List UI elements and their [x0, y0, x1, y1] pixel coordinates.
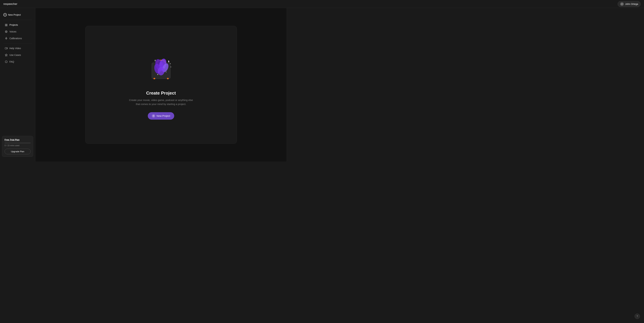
svg-point-19	[166, 72, 166, 72]
sidebar-help-nav: Help Video Use Cases i	[0, 45, 35, 65]
sidebar-top: + New Project Projects	[0, 11, 35, 134]
new-project-button[interactable]: + New Project	[0, 11, 35, 18]
help-video-icon	[5, 47, 8, 50]
sidebar-item-label: Calibrations	[10, 37, 22, 40]
projects-icon	[5, 23, 8, 26]
use-cases-icon	[5, 53, 8, 56]
illustration: ✦ ✦	[144, 50, 178, 84]
svg-point-1	[6, 31, 7, 32]
create-btn-label: New Project	[156, 114, 170, 117]
svg-rect-10	[167, 78, 169, 79]
voices-icon	[5, 30, 8, 33]
svg-text:i: i	[6, 61, 6, 63]
svg-point-20	[157, 74, 158, 75]
progress-bar-background	[4, 143, 31, 143]
svg-point-0	[5, 31, 7, 33]
layout: + New Project Projects	[0, 8, 322, 161]
sidebar-item-projects[interactable]: Projects	[1, 22, 34, 28]
plus-icon: +	[3, 13, 7, 16]
svg-point-17	[170, 63, 171, 64]
svg-text:✦: ✦	[154, 60, 156, 62]
faq-icon: i	[5, 60, 8, 63]
plus-circle-icon: +	[152, 114, 155, 118]
plan-card: Free Trial Plan 0 / 15 mins used Upgrade…	[2, 136, 33, 157]
sidebar-item-label: Use Cases	[10, 54, 21, 56]
sidebar-item-label: Voices	[10, 30, 16, 33]
sidebar-item-label: FAQ	[10, 60, 14, 63]
sidebar-divider-2	[3, 43, 32, 43]
sidebar-item-voices[interactable]: Voices	[1, 28, 34, 35]
sidebar-item-calibrations[interactable]: Calibrations	[1, 35, 34, 41]
sidebar-nav: Projects Voices	[0, 22, 35, 41]
sidebar: + New Project Projects	[0, 8, 35, 161]
sidebar-item-label: Projects	[10, 23, 18, 26]
logo: respeecher	[3, 2, 17, 5]
calibrations-icon	[5, 37, 8, 40]
svg-rect-2	[6, 37, 6, 38]
svg-text:✦: ✦	[168, 60, 170, 63]
upgrade-plan-button[interactable]: Upgrade Plan	[4, 149, 31, 154]
sidebar-item-label: Help Video	[10, 47, 21, 50]
plan-usage: 0 / 15 mins used	[4, 144, 31, 147]
main-content: ✦ ✦ Create Project Create your movie, vi…	[35, 8, 287, 161]
new-project-label: New Project	[8, 13, 21, 16]
svg-point-21	[170, 67, 171, 67]
plan-section: Free Trial Plan 0 / 15 mins used Upgrade…	[0, 134, 35, 158]
svg-marker-5	[5, 54, 8, 56]
svg-rect-4	[5, 47, 7, 49]
create-project-button[interactable]: + New Project	[148, 112, 174, 120]
sidebar-item-faq[interactable]: i FAQ	[1, 58, 34, 65]
header: respeecher JO John Ortega	[0, 0, 322, 8]
card-title: Create Project	[146, 90, 176, 96]
svg-rect-9	[154, 78, 155, 79]
create-project-card: ✦ ✦ Create Project Create your movie, vi…	[85, 26, 237, 144]
card-description: Create your movie, video game, podcast o…	[129, 98, 193, 106]
sidebar-divider-1	[3, 20, 32, 20]
plan-title[interactable]: Free Trial Plan	[4, 138, 31, 141]
sidebar-item-help-video[interactable]: Help Video	[1, 45, 34, 51]
sidebar-item-use-cases[interactable]: Use Cases	[1, 52, 34, 58]
right-panel	[287, 8, 322, 161]
